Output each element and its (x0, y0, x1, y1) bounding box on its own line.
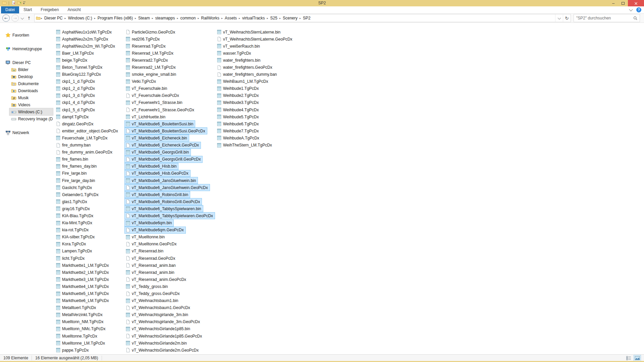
sidebar-item-dokumente[interactable]: Dokumente (9, 80, 53, 87)
breadcrumb-item-s25[interactable]: S25 (269, 14, 279, 22)
file-item[interactable]: ckp1_4_d.TgPcDx (55, 99, 124, 106)
file-item[interactable]: Gaslicht.TgPcDx (55, 184, 124, 191)
sidebar-item-netzwerk[interactable]: Netzwerk (5, 129, 53, 136)
file-item-surface[interactable]: WeihBaum1_LM.TgPcDx (216, 78, 270, 85)
file-item-surface[interactable]: vT_Feuerwehr1_Strasse.GeoPcDx (124, 106, 196, 113)
file-item-surface[interactable]: ckp1_5_d.TgPcDx (55, 106, 97, 113)
tab-ansicht[interactable]: Ansicht (63, 6, 85, 13)
file-item[interactable]: pappe.TgPcDx (55, 347, 124, 354)
maximize-restore-button[interactable] (618, 0, 628, 6)
file-item[interactable]: vT_Marktbude6_RobinsGrill.GeoPcDx (124, 198, 216, 205)
file-item-surface[interactable]: dampf.TgPcDx (55, 113, 91, 120)
file-item[interactable]: vT_weißerRauch.bin (216, 43, 297, 50)
file-item[interactable]: Markthuette2_LM.TgPcDx (55, 269, 124, 276)
file-item-surface[interactable]: vT_Weihnachtsgirlande_3m.bin (124, 311, 190, 318)
file-item-surface[interactable]: ckp1_3_d.TgPcDx (55, 92, 97, 99)
file-item[interactable]: vT_WeihnachtsGirlande1p85.GeoPcDx (124, 333, 216, 340)
breadcrumb-item-sp2[interactable]: SP2 (301, 14, 312, 22)
file-item[interactable]: Muelltonn_NM.TgPcDx (55, 318, 124, 325)
file-item-surface[interactable]: Riesenrad2.TgPcDx (124, 57, 170, 64)
file-item-surface[interactable]: emitter_editor_object.GeoPcDx (55, 127, 120, 134)
file-item-surface[interactable]: Beton_Tunnel.TgPcDx (55, 64, 104, 71)
sidebar-item-desktop[interactable]: Desktop (9, 73, 53, 80)
breadcrumb-item-steamapps[interactable]: steamapps (154, 14, 177, 22)
file-item[interactable]: vT_Weihnachtsgirlande_3m.bin (124, 311, 216, 318)
sidebar-item-recovery-image-d[interactable]: Recovery Image (D (9, 115, 53, 122)
close-button[interactable]: × (628, 0, 644, 6)
file-item[interactable]: beige.TgPcDx (55, 57, 124, 64)
file-item[interactable]: Markthuette3_LM.TgPcDx (55, 276, 124, 283)
file-item[interactable]: Weihbude6.TgPcDx (216, 120, 297, 127)
file-item-surface[interactable]: vT_Weihnachtsbaum1.bin (124, 297, 180, 304)
file-item-surface[interactable]: Weihbude2.TgPcDx (216, 92, 261, 99)
file-item[interactable]: red206.TgPcDx (124, 36, 216, 43)
file-item[interactable]: emitter_editor_object.GeoPcDx (55, 127, 124, 134)
file-item[interactable]: Fire_large.bin (55, 170, 124, 177)
file-item-surface[interactable]: vT_Feuerschale.bin (124, 85, 169, 92)
file-item[interactable]: WeihBaum1_LM.TgPcDx (216, 78, 297, 85)
file-item[interactable]: dingatz.GeoPcDx (55, 120, 124, 127)
file-item-surface[interactable]: Gelaender1.TgPcDx (55, 191, 101, 198)
search-box[interactable]: "SP2" durchsuchen (574, 14, 640, 22)
file-item-surface[interactable]: red206.TgPcDx (124, 36, 162, 43)
file-item[interactable]: Vetki.TgPcDx (124, 78, 216, 85)
file-item[interactable]: Weihbude1.TgPcDx (216, 85, 297, 92)
file-item-surface[interactable]: vT_Riesenrad.GeoPcDx (124, 255, 177, 262)
minimize-button[interactable]: – (608, 0, 618, 6)
file-item-surface[interactable]: vT_Riesenrad_anim.ban (124, 262, 178, 269)
file-item[interactable]: Lampen.TgPcDx (55, 248, 124, 255)
file-item[interactable]: Muelltonne.TgPcDx (55, 333, 124, 340)
file-item-surface[interactable]: dingatz.GeoPcDx (55, 120, 95, 127)
file-item-surface[interactable]: vT_WeihnachtsGirlande2m.GeoPcDx (124, 347, 201, 354)
details-view-button[interactable] (625, 355, 632, 361)
file-item-surface[interactable]: vT_Riesenrad_anim.GeoPcDx (124, 276, 188, 283)
file-item[interactable]: Beton_Tunnel.TgPcDx (55, 64, 124, 71)
file-item[interactable]: fire_dummy.ban (55, 142, 124, 149)
breadcrumb-item-assets[interactable]: Assets (223, 14, 238, 22)
file-item-surface[interactable]: fire_flames.bin (55, 156, 90, 163)
file-item[interactable]: vT_Feuerwehr1_Strasse.GeoPcDx (124, 106, 216, 113)
file-item[interactable]: vT_Marktbude6qm.bin (124, 220, 216, 227)
file-item[interactable]: vT_Riesenrad_anim.GeoPcDx (124, 276, 216, 283)
forward-button[interactable]: → (11, 14, 19, 22)
file-item-surface[interactable]: KIA-Blau.TgPcDx (55, 212, 95, 219)
file-item-surface[interactable]: Lampen.TgPcDx (55, 248, 94, 255)
file-item[interactable]: KIA-Blau.TgPcDx (55, 212, 124, 219)
file-item[interactable]: vT_Muelltonne.GeoPcDx (124, 241, 216, 248)
file-item-surface[interactable]: vT_WeihnachtsGirlande1p85.GeoPcDx (124, 333, 204, 340)
file-item-surface[interactable]: licht.TgPcDx (55, 255, 87, 262)
file-item-surface[interactable]: vT_Marktbude6_JansGluehwein.GeoPcDx (124, 184, 210, 191)
file-item-surface[interactable]: vT_Teddy_gross.bin (124, 283, 170, 290)
file-item[interactable]: vT_Teddy_gross.bin (124, 283, 216, 290)
file-item-surface[interactable]: vT_Marktbude6qm.bin (124, 220, 174, 227)
file-item[interactable]: AsphaltNeu2x2m_Wi.TgPcDx (55, 43, 124, 50)
file-item-surface[interactable]: vT_WeihnachtsGirlande2m.bin (124, 340, 189, 347)
file-item[interactable]: vT_Marktbude6_RobinsGrill.bin (124, 191, 216, 198)
file-item-surface[interactable]: vT_Feuerwehr1_Strasse.bin (124, 99, 184, 106)
file-item[interactable]: Metalltuerl.TgPcDx (55, 304, 124, 311)
file-item[interactable]: Weihbude5.TgPcDx (216, 113, 297, 120)
file-item[interactable]: kia-rot.TgPcDx (55, 227, 124, 234)
file-item-surface[interactable]: Muelltonn_NM.TgPcDx (55, 318, 105, 325)
file-item[interactable]: water_firefighters_dummy.ban (216, 71, 297, 78)
back-button[interactable]: ← (2, 14, 10, 22)
file-item[interactable]: vT_Marktbude6_TabbysSpielwaren.GeoPcDx (124, 212, 216, 219)
breadcrumb-item-common[interactable]: common (178, 14, 197, 22)
file-item[interactable]: gray16.TgPcDx (55, 205, 124, 212)
file-item-surface[interactable]: Markthuette6_LM.TgPcDx (55, 297, 111, 304)
file-item-surface[interactable]: vT_Marktbude6_BoulettenSusi.bin (124, 120, 195, 127)
file-item[interactable]: Weihbude2.TgPcDx (216, 92, 297, 99)
refresh-button[interactable]: ↻ (563, 14, 571, 22)
breadcrumb-item-program-files-x86[interactable]: Program Files (x86) (96, 14, 135, 22)
file-item-surface[interactable]: vT_Marktbude6_Hisb.bin (124, 163, 178, 170)
file-item-surface[interactable]: Markthuette1_LM.TgPcDx (55, 262, 111, 269)
file-item-surface[interactable]: vT_Marktbude6qm.GeoPcDx (124, 227, 186, 234)
file-item[interactable]: Kia-Mint.TgPcDx (55, 220, 124, 227)
file-item[interactable]: vT_Marktbude6_GeorgsGrill.GeoPcDx (124, 156, 216, 163)
file-item[interactable]: Markthuette5_LM.TgPcDx (55, 290, 124, 297)
file-item-surface[interactable]: vT_Marktbude6_Eicheneck.bin (124, 134, 189, 141)
file-item[interactable]: vT_Marktbude6_Hisb.GeoPcDx (124, 170, 216, 177)
file-item[interactable]: vT_Riesenrad.GeoPcDx (124, 255, 216, 262)
breadcrumb-item-scenery[interactable]: Scenery (281, 14, 299, 22)
file-item-surface[interactable]: glas1.TgPcDx (55, 198, 89, 205)
